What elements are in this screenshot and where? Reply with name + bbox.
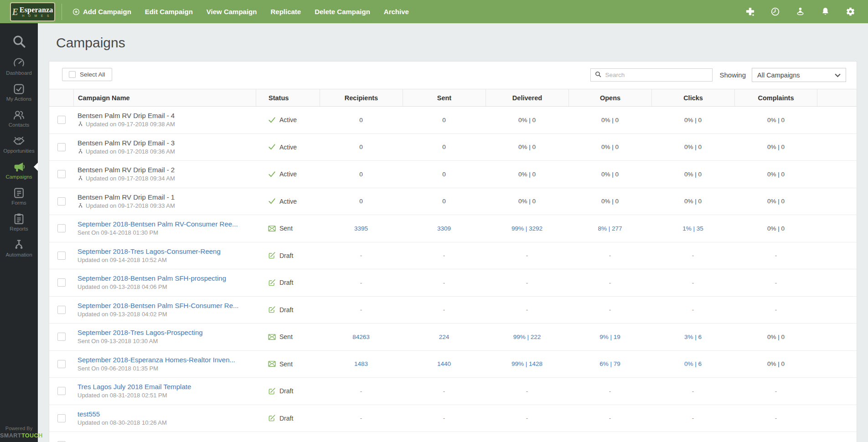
forms-document-icon bbox=[13, 186, 25, 200]
delivered-value[interactable]: 99% | 3292 bbox=[486, 215, 568, 242]
sidebar-item-contacts[interactable]: Contacts bbox=[0, 107, 38, 133]
esperanza-logo[interactable]: E Esperanza H O M E S bbox=[10, 2, 55, 21]
status-cell: Draft bbox=[256, 378, 320, 405]
table-row: Bentsen Palm RV Drip Email - 3 Updated o… bbox=[49, 134, 857, 161]
campaign-name-link[interactable]: Bentsen Palm RV Drip Email - 2 bbox=[78, 166, 256, 174]
recipients-value: - bbox=[320, 269, 403, 296]
row-checkbox[interactable] bbox=[57, 224, 66, 232]
add-icon[interactable] bbox=[745, 7, 755, 16]
menu-replicate[interactable]: Replicate bbox=[264, 0, 308, 23]
recipients-value: 0 bbox=[320, 188, 403, 215]
user-location-icon[interactable] bbox=[796, 7, 805, 16]
recipients-value[interactable]: 1483 bbox=[320, 351, 403, 378]
status-label: Sent bbox=[279, 225, 293, 232]
campaign-subtitle: Updated on 09-13-2018 04:06 PM bbox=[78, 283, 256, 291]
sent-value: 0 bbox=[403, 161, 486, 188]
notifications-bell-icon[interactable] bbox=[821, 7, 830, 16]
settings-gear-icon[interactable] bbox=[846, 7, 855, 16]
opens-value[interactable]: 8% | 277 bbox=[568, 215, 651, 242]
sidebar-item-dashboard[interactable]: Dashboard bbox=[0, 55, 38, 81]
delivered-value: 0% | 0 bbox=[486, 188, 568, 215]
draft-pencil-icon bbox=[268, 252, 276, 259]
delivered-value[interactable]: 99% | 222 bbox=[486, 324, 568, 350]
row-checkbox[interactable] bbox=[57, 333, 66, 341]
campaign-name-link[interactable]: September 2018-Bentsen Palm SFH-prospect… bbox=[78, 274, 256, 283]
select-all-label: Select All bbox=[80, 71, 105, 78]
recipients-value[interactable]: 3395 bbox=[320, 215, 403, 242]
select-all-button[interactable]: Select All bbox=[62, 68, 112, 81]
clicks-value[interactable]: 0% | 6 bbox=[651, 351, 734, 378]
campaign-name-link[interactable]: September 2018-Tres Lagos-Consumer-Reeng bbox=[78, 247, 256, 256]
clicks-value[interactable]: 1% | 35 bbox=[651, 215, 734, 242]
campaign-updated-text: Sent On 09-14-2018 01:30 PM bbox=[78, 229, 158, 236]
sent-value[interactable]: 224 bbox=[403, 324, 486, 350]
menu-edit-campaign[interactable]: Edit Campaign bbox=[138, 0, 200, 23]
sent-value: - bbox=[403, 269, 486, 296]
campaign-name-link[interactable]: Bentsen Palm RV Drip Email - 3 bbox=[78, 139, 256, 147]
row-checkbox[interactable] bbox=[57, 414, 66, 422]
column-header-clicks: Clicks bbox=[651, 89, 734, 106]
showing-select[interactable]: All Campaigns bbox=[752, 68, 846, 82]
campaign-name-link[interactable]: Bentsen Palm RV Drip Email - 4 bbox=[78, 112, 256, 120]
table-row: Bentsen Palm RV Drip Email - 1 Updated o… bbox=[49, 188, 857, 216]
automation-branch-icon bbox=[78, 121, 83, 127]
campaign-name-link[interactable]: September 2018-Bentsen Palm RV-Consumer … bbox=[78, 220, 256, 228]
campaign-name-link[interactable]: September 2018-Esperanza Homes-Realtor I… bbox=[78, 356, 256, 364]
menu-add-campaign[interactable]: Add Campaign bbox=[66, 0, 138, 23]
recipients-value[interactable]: 84263 bbox=[320, 324, 403, 350]
sent-value: - bbox=[403, 297, 486, 324]
clicks-value[interactable]: 3% | 6 bbox=[651, 324, 734, 350]
campaigns-megaphone-icon bbox=[13, 160, 25, 174]
history-clock-icon[interactable] bbox=[770, 7, 780, 16]
campaign-subtitle: Updated on 08-30-2018 10:26 AM bbox=[78, 419, 256, 427]
menu-delete-campaign[interactable]: Delete Campaign bbox=[308, 0, 377, 23]
sidebar-item-forms[interactable]: Forms bbox=[0, 185, 38, 211]
row-checkbox[interactable] bbox=[57, 387, 66, 395]
campaign-name-link[interactable]: test555 bbox=[78, 410, 256, 418]
select-all-checkbox[interactable] bbox=[69, 71, 76, 78]
row-checkbox[interactable] bbox=[57, 197, 66, 206]
opens-value: 0% | 0 bbox=[568, 161, 651, 188]
campaign-name-link[interactable]: Bentsen Palm RV Drip Email - 1 bbox=[78, 193, 256, 201]
sidebar-item-automation[interactable]: Automation bbox=[0, 237, 38, 263]
table-row: September 2018-Esperanza Homes-Realtor I… bbox=[49, 351, 857, 378]
campaign-name-link[interactable]: Tres Lagos July 2018 Email Template bbox=[78, 383, 256, 391]
campaign-updated-text: Updated on 09-17-2018 09:36 AM bbox=[86, 148, 175, 155]
sent-value[interactable]: 1440 bbox=[403, 351, 486, 378]
campaign-updated-text: Updated on 09-17-2018 09:34 AM bbox=[86, 175, 175, 182]
column-header-sent: Sent bbox=[403, 89, 486, 106]
campaign-name-link[interactable]: September 2018-Tres Lagos-Prospecting bbox=[78, 329, 256, 337]
header-checkbox-spacer bbox=[49, 89, 73, 106]
opens-value: - bbox=[568, 405, 651, 432]
logo-subtitle: H O M E S bbox=[22, 14, 51, 17]
row-checkbox[interactable] bbox=[57, 143, 66, 151]
sidebar-item-opportunities[interactable]: Opportunities bbox=[0, 133, 38, 159]
opens-value[interactable]: 6% | 79 bbox=[568, 351, 651, 378]
campaign-updated-text: Updated on 08-31-2018 02:51 PM bbox=[78, 391, 167, 399]
sent-value[interactable]: 3309 bbox=[403, 215, 486, 242]
row-checkbox[interactable] bbox=[57, 116, 66, 124]
row-checkbox[interactable] bbox=[57, 278, 66, 287]
complaints-value: 0% | 0 bbox=[734, 351, 817, 378]
clicks-value: - bbox=[651, 432, 734, 442]
status-cell: Draft bbox=[256, 432, 320, 442]
row-checkbox[interactable] bbox=[57, 360, 66, 368]
opens-value[interactable]: 9% | 19 bbox=[568, 324, 651, 350]
campaign-name-link[interactable]: September 2018-Bentsen Palm SFH-Consumer… bbox=[78, 302, 256, 310]
table-row: September 2018-Tres Lagos-Prospecting Se… bbox=[49, 324, 857, 351]
sidebar-item-campaigns[interactable]: Campaigns bbox=[0, 159, 38, 185]
row-checkbox[interactable] bbox=[57, 170, 66, 178]
search-input[interactable] bbox=[605, 72, 708, 78]
sidebar-item-my-actions[interactable]: My Actions bbox=[0, 81, 38, 107]
row-checkbox[interactable] bbox=[57, 252, 66, 260]
delivered-value[interactable]: 99% | 1428 bbox=[486, 351, 568, 378]
active-check-icon bbox=[268, 143, 276, 151]
menu-archive[interactable]: Archive bbox=[377, 0, 416, 23]
menu-view-campaign[interactable]: View Campaign bbox=[200, 0, 264, 23]
row-checkbox[interactable] bbox=[57, 306, 66, 314]
sidebar-search-button[interactable] bbox=[0, 30, 38, 55]
campaign-updated-text: Updated on 09-14-2018 10:52 AM bbox=[78, 256, 167, 264]
delivered-value: 0% | 0 bbox=[486, 107, 568, 134]
sidebar-item-reports[interactable]: Reports bbox=[0, 211, 38, 237]
status-label: Draft bbox=[279, 387, 293, 395]
